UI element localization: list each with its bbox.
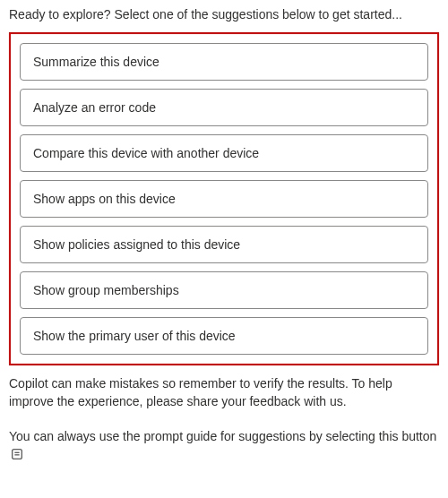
suggestion-analyze-error-code[interactable]: Analyze an error code — [20, 89, 428, 126]
suggestions-highlight-box: Summarize this device Analyze an error c… — [9, 32, 439, 365]
suggestion-show-primary-user[interactable]: Show the primary user of this device — [20, 317, 428, 355]
intro-text: Ready to explore? Select one of the sugg… — [9, 7, 439, 21]
prompt-guide-hint: You can always use the prompt guide for … — [9, 427, 439, 464]
prompt-guide-hint-text: You can always use the prompt guide for … — [9, 429, 436, 443]
disclaimer-text: Copilot can make mistakes so remember to… — [9, 374, 439, 411]
suggestion-show-group-memberships[interactable]: Show group memberships — [20, 271, 428, 309]
suggestion-show-policies[interactable]: Show policies assigned to this device — [20, 226, 428, 263]
suggestion-show-apps[interactable]: Show apps on this device — [20, 180, 428, 218]
prompt-guide-icon — [11, 448, 23, 460]
svg-rect-0 — [13, 450, 22, 459]
suggestion-compare-device[interactable]: Compare this device with another device — [20, 134, 428, 172]
suggestion-summarize-device[interactable]: Summarize this device — [20, 43, 428, 81]
